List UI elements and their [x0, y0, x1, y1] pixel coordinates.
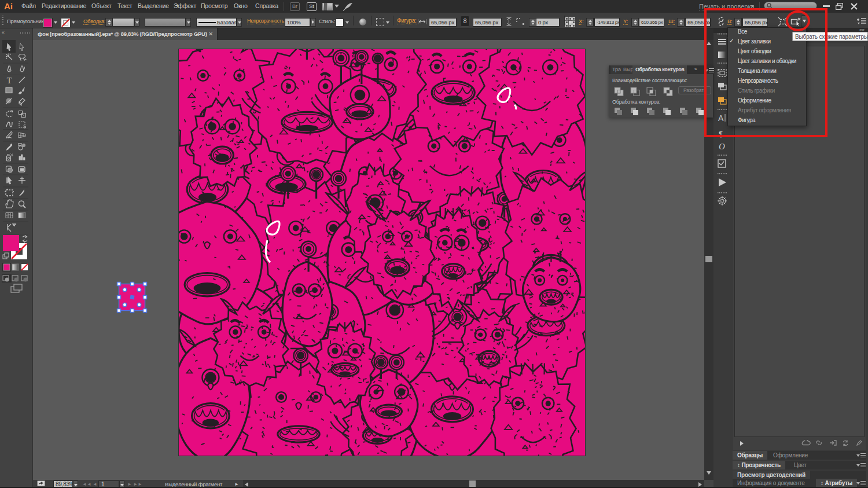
- svg-text:T: T: [7, 76, 12, 85]
- svg-text:O: O: [719, 142, 725, 151]
